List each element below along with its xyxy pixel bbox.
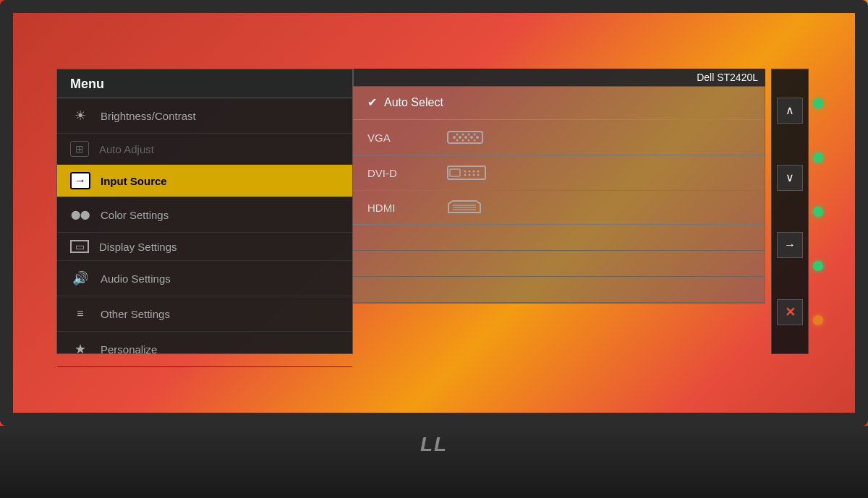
svg-point-6 bbox=[456, 134, 459, 136]
close-icon: ✕ bbox=[785, 304, 796, 320]
sidebar-item-personalize[interactable]: ★ Personalize bbox=[57, 332, 352, 367]
auto-adjust-label: Auto Adjust bbox=[99, 143, 154, 155]
vga-row[interactable]: VGA bbox=[353, 120, 765, 155]
led-indicators bbox=[813, 69, 823, 354]
dvi-d-row[interactable]: DVI-D bbox=[353, 155, 765, 191]
nav-up-button[interactable]: ∧ bbox=[777, 98, 803, 124]
auto-select-row[interactable]: ✔ Auto Select bbox=[353, 85, 765, 120]
model-name: Dell ST2420L bbox=[353, 69, 765, 87]
sidebar-item-color-settings[interactable]: ⬤⬤ Color Settings bbox=[57, 197, 352, 233]
osd-menu: Menu ☀ Brightness/Contrast ⊞ Auto Adjust… bbox=[56, 69, 765, 354]
other-settings-label: Other Settings bbox=[101, 308, 170, 320]
sidebar-item-brightness[interactable]: ☀ Brightness/Contrast bbox=[57, 98, 352, 134]
personalize-label: Personalize bbox=[101, 343, 157, 356]
color-settings-label: Color Settings bbox=[101, 209, 169, 221]
svg-point-20 bbox=[464, 174, 467, 176]
svg-point-11 bbox=[462, 139, 464, 142]
select-arrow-icon: → bbox=[784, 239, 796, 252]
nav-close-button[interactable]: ✕ bbox=[777, 299, 803, 325]
dvi-d-label: DVI-D bbox=[367, 167, 425, 179]
led-4 bbox=[813, 261, 823, 271]
svg-point-5 bbox=[476, 136, 479, 139]
sidebar-item-auto-adjust[interactable]: ⊞ Auto Adjust bbox=[57, 134, 352, 165]
svg-point-23 bbox=[477, 174, 480, 176]
dell-logo: LL bbox=[420, 433, 448, 456]
empty-row-2 bbox=[353, 251, 765, 277]
svg-point-12 bbox=[468, 139, 470, 142]
menu-title: Menu bbox=[57, 69, 352, 98]
svg-point-3 bbox=[464, 136, 467, 139]
svg-rect-14 bbox=[448, 166, 485, 179]
vga-port-icon bbox=[447, 129, 483, 146]
nav-down-button[interactable]: ∨ bbox=[777, 165, 803, 191]
auto-adjust-icon: ⊞ bbox=[70, 141, 89, 157]
svg-point-9 bbox=[474, 134, 476, 136]
vga-label: VGA bbox=[367, 132, 425, 144]
led-5 bbox=[813, 315, 823, 325]
nav-buttons-panel: ∧ ∨ → ✕ bbox=[771, 69, 809, 354]
sidebar-item-display-settings[interactable]: ▭ Display Settings bbox=[57, 233, 352, 261]
led-3 bbox=[813, 207, 823, 217]
down-arrow-icon: ∨ bbox=[786, 171, 794, 184]
other-settings-icon: ≡ bbox=[70, 304, 90, 324]
svg-point-10 bbox=[456, 139, 459, 142]
dvi-port-icon bbox=[447, 164, 486, 181]
monitor-bottom: LL bbox=[0, 426, 868, 498]
svg-rect-15 bbox=[450, 169, 460, 176]
svg-point-1 bbox=[453, 136, 456, 139]
sidebar-item-audio-settings[interactable]: 🔊 Audio Settings bbox=[57, 261, 352, 296]
brightness-label: Brightness/Contrast bbox=[101, 110, 196, 122]
svg-point-8 bbox=[468, 134, 470, 136]
display-settings-icon: ▭ bbox=[70, 240, 89, 253]
model-name-text: Dell ST2420L bbox=[697, 72, 758, 83]
svg-point-16 bbox=[464, 171, 467, 173]
checkmark-icon: ✔ bbox=[367, 95, 377, 109]
led-1 bbox=[813, 98, 823, 108]
svg-point-13 bbox=[474, 139, 476, 142]
svg-point-17 bbox=[469, 171, 471, 173]
input-source-icon: → bbox=[70, 172, 90, 189]
svg-point-21 bbox=[469, 174, 471, 176]
svg-point-2 bbox=[459, 136, 461, 139]
svg-point-4 bbox=[470, 136, 473, 139]
menu-content-panel: Dell ST2420L ✔ Auto Select VGA bbox=[353, 69, 765, 304]
display-settings-label: Display Settings bbox=[99, 241, 177, 253]
personalize-icon: ★ bbox=[70, 339, 90, 359]
nav-select-button[interactable]: → bbox=[777, 232, 803, 258]
empty-row-3 bbox=[353, 277, 765, 303]
hdmi-row[interactable]: HDMI bbox=[353, 191, 765, 225]
audio-settings-label: Audio Settings bbox=[101, 272, 171, 285]
audio-settings-icon: 🔊 bbox=[70, 268, 90, 288]
empty-row-1 bbox=[353, 225, 765, 251]
sidebar-item-input-source[interactable]: → Input Source bbox=[57, 165, 352, 197]
auto-select-label: Auto Select bbox=[384, 96, 443, 109]
menu-sidebar: Menu ☀ Brightness/Contrast ⊞ Auto Adjust… bbox=[56, 69, 353, 354]
color-settings-icon: ⬤⬤ bbox=[70, 205, 90, 225]
svg-point-18 bbox=[473, 171, 475, 173]
svg-point-19 bbox=[477, 171, 480, 173]
input-source-label: Input Source bbox=[101, 175, 167, 187]
content-area: Dell ST2420L ✔ Auto Select VGA bbox=[353, 69, 765, 354]
hdmi-port-icon bbox=[447, 199, 482, 215]
brightness-icon: ☀ bbox=[70, 106, 90, 126]
led-2 bbox=[813, 153, 823, 163]
hdmi-label: HDMI bbox=[367, 202, 425, 214]
up-arrow-icon: ∧ bbox=[786, 103, 794, 117]
svg-point-22 bbox=[473, 174, 475, 176]
svg-point-7 bbox=[462, 134, 464, 136]
sidebar-item-other-settings[interactable]: ≡ Other Settings bbox=[57, 296, 352, 332]
